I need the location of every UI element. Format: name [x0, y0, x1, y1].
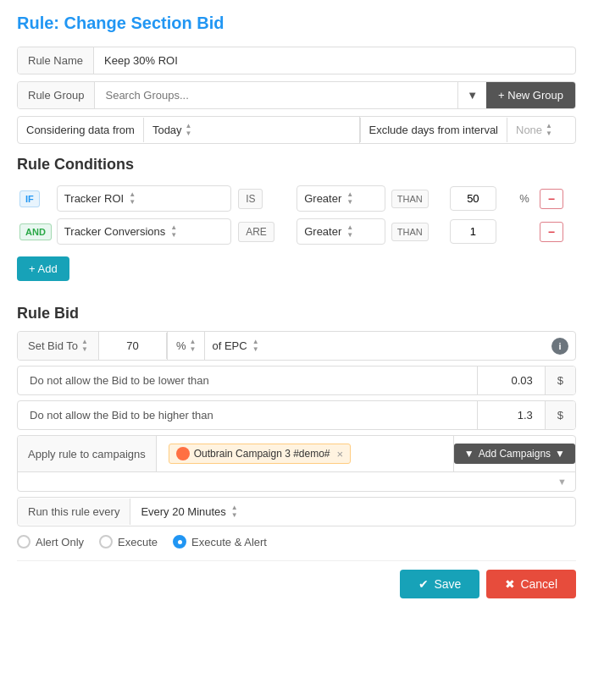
exclude-value-select[interactable]: None ▲▼ [516, 123, 552, 137]
exclude-value-cell[interactable]: None ▲▼ [507, 117, 575, 143]
run-rule-value: Every 20 Minutes [141, 505, 225, 518]
rule-group-label: Rule Group [18, 82, 95, 108]
condition-row-2: AND Tracker Conversions ▲▼ ARE Greater ▲… [17, 215, 576, 248]
run-rule-value-select[interactable]: Every 20 Minutes ▲▼ [130, 498, 575, 526]
campaign-remove-button[interactable]: × [337, 448, 344, 460]
bid-unit-arrows: ▲▼ [190, 339, 197, 353]
campaign-name: Outbrain Campaign 3 #demo# [194, 448, 330, 460]
new-group-button[interactable]: + New Group [486, 82, 575, 108]
rule-name-row: Rule Name Keep 30% ROI [17, 47, 576, 74]
remove-button-2[interactable]: − [540, 222, 563, 242]
is-cell-1: IS [234, 182, 294, 215]
field-cell-1[interactable]: Tracker ROI ▲▼ [54, 182, 234, 215]
rule-name-value: Keep 30% ROI [94, 47, 575, 74]
cancel-button[interactable]: ✖ Cancel [486, 570, 576, 598]
rule-conditions-title: Rule Conditions [17, 156, 576, 174]
field-cell-2[interactable]: Tracker Conversions ▲▼ [54, 215, 234, 248]
cancel-label: Cancel [520, 577, 557, 591]
set-bid-label: Set Bid To ▲▼ [18, 332, 99, 360]
value-cell-2[interactable] [447, 215, 517, 248]
remove-cell-1[interactable]: − [537, 182, 576, 215]
than-badge-1: THAN [391, 190, 429, 208]
campaign-icon [176, 447, 190, 460]
radio-group: Alert Only Execute Execute & Alert [17, 535, 576, 548]
considering-value: Today [152, 124, 182, 136]
radio-circle-alert-only [17, 535, 30, 548]
exclude-value: None [516, 124, 542, 136]
unit-cell-2 [517, 215, 537, 248]
than-badge-2: THAN [391, 223, 429, 241]
is-badge-1: IS [238, 189, 263, 209]
save-check-icon: ✔ [418, 577, 429, 591]
value-input-1[interactable] [450, 186, 496, 211]
considering-value-cell[interactable]: Today ▲▼ [144, 117, 360, 143]
comparator-select-2[interactable]: Greater ▲▼ [296, 218, 385, 245]
radio-circle-execute [99, 535, 113, 548]
radio-label-execute-alert: Execute & Alert [191, 536, 267, 548]
bid-unit-text: % [176, 339, 186, 352]
radio-execute[interactable]: Execute [99, 535, 158, 548]
unit-cell-1: % [517, 182, 537, 215]
radio-label-alert-only: Alert Only [36, 536, 84, 548]
add-campaigns-button[interactable]: ▼ Add Campaigns ▼ [454, 444, 575, 464]
info-icon[interactable]: i [551, 338, 568, 355]
prefix-cell-1: IF [17, 182, 54, 215]
save-label: Save [434, 577, 461, 591]
rule-name-label: Rule Name [18, 47, 94, 74]
radio-execute-alert[interactable]: Execute & Alert [173, 535, 267, 548]
of-epc-select[interactable]: of EPC ▲▼ [205, 332, 545, 360]
comparator-arrows-2: ▲▼ [346, 224, 353, 239]
footer-buttons: ✔ Save ✖ Cancel [17, 560, 576, 598]
comparator-cell-1[interactable]: Greater ▲▼ [294, 182, 388, 215]
value-cell-1[interactable] [447, 182, 517, 215]
filter-icon: ▼ [464, 448, 474, 460]
comparator-arrows-1: ▲▼ [346, 191, 353, 206]
updown-arrows-exclude: ▲▼ [546, 123, 552, 137]
is-badge-2: ARE [238, 222, 274, 242]
remove-button-1[interactable]: − [540, 189, 563, 209]
search-groups-input[interactable] [95, 82, 457, 108]
prefix-badge-1: IF [19, 190, 40, 207]
field-select-2[interactable]: Tracker Conversions ▲▼ [57, 218, 231, 245]
of-epc-arrows: ▲▼ [252, 339, 259, 353]
page-title: Rule: Change Section Bid [17, 14, 576, 33]
min-bid-unit: $ [546, 367, 575, 394]
page-title-dynamic: Change Section Bid [64, 14, 224, 32]
min-bid-row: Do not allow the Bid to be lower than 0.… [17, 366, 576, 395]
field-arrows-1: ▲▼ [129, 191, 136, 206]
considering-data-row: Considering data from Today ▲▼ Exclude d… [17, 116, 576, 144]
exclude-label-cell: Exclude days from interval [360, 118, 507, 142]
bid-value: 70 [99, 333, 167, 359]
value-input-2[interactable] [450, 219, 496, 244]
comparator-select-1[interactable]: Greater ▲▼ [296, 185, 385, 212]
cancel-x-icon: ✖ [505, 577, 515, 591]
radio-circle-execute-alert [173, 535, 186, 548]
comparator-cell-2[interactable]: Greater ▲▼ [294, 215, 388, 248]
prefix-cell-2: AND [17, 215, 54, 248]
remove-cell-2[interactable]: − [537, 215, 576, 248]
set-bid-select[interactable]: Set Bid To ▲▼ [28, 339, 88, 353]
campaigns-row: Apply rule to campaigns Outbrain Campaig… [17, 435, 576, 492]
rule-group-select[interactable]: ▼ [95, 82, 486, 108]
radio-label-execute: Execute [118, 536, 158, 548]
add-condition-button[interactable]: + Add [17, 256, 69, 281]
max-bid-label: Do not allow the Bid to be higher than [18, 401, 478, 429]
considering-value-select[interactable]: Today ▲▼ [152, 123, 192, 137]
save-button[interactable]: ✔ Save [400, 570, 479, 598]
field-arrows-2: ▲▼ [170, 224, 177, 239]
field-select-1[interactable]: Tracker ROI ▲▼ [57, 185, 231, 212]
field-value-2: Tracker Conversions [64, 225, 165, 238]
exclude-label: Exclude days from interval [369, 124, 498, 136]
rule-group-row: Rule Group ▼ + New Group [17, 81, 576, 109]
updown-arrows-considering: ▲▼ [186, 123, 192, 137]
bid-unit: % ▲▼ [167, 332, 205, 360]
expand-campaigns-icon[interactable]: ▼ [557, 477, 567, 487]
radio-alert-only[interactable]: Alert Only [17, 535, 84, 548]
prefix-badge-2: AND [19, 223, 52, 240]
comparator-value-1: Greater [304, 192, 341, 205]
page-title-static: Rule: [17, 14, 59, 32]
bid-unit-select[interactable]: % ▲▼ [176, 339, 196, 353]
select-arrow-icon[interactable]: ▼ [457, 82, 486, 108]
conditions-table: IF Tracker ROI ▲▼ IS Greater ▲▼ THAN [17, 182, 576, 248]
set-bid-arrows: ▲▼ [81, 339, 88, 353]
